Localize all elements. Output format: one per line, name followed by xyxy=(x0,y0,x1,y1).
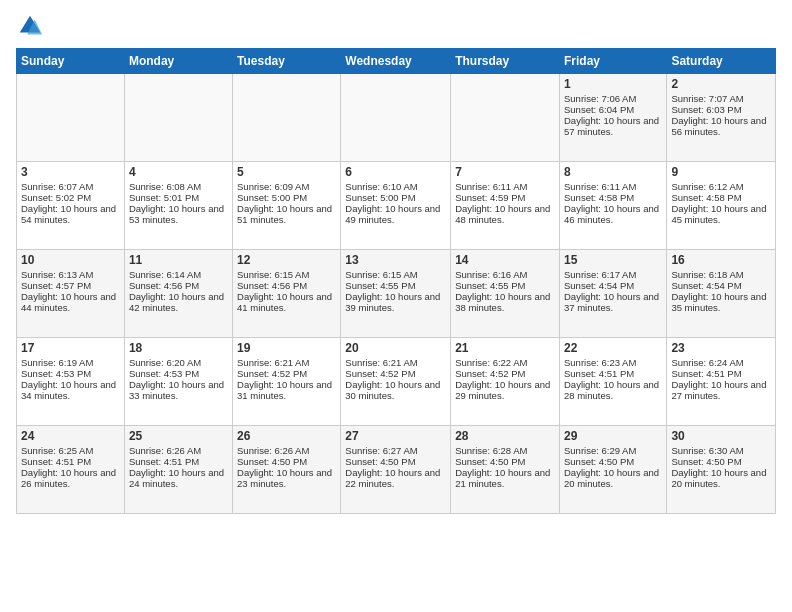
day-cell: 24Sunrise: 6:25 AMSunset: 4:51 PMDayligh… xyxy=(17,426,125,514)
day-cell: 30Sunrise: 6:30 AMSunset: 4:50 PMDayligh… xyxy=(667,426,776,514)
day-info: Sunrise: 6:12 AMSunset: 4:58 PMDaylight:… xyxy=(671,181,766,225)
day-cell: 3Sunrise: 6:07 AMSunset: 5:02 PMDaylight… xyxy=(17,162,125,250)
day-cell: 11Sunrise: 6:14 AMSunset: 4:56 PMDayligh… xyxy=(124,250,232,338)
day-number: 22 xyxy=(564,341,662,355)
day-number: 11 xyxy=(129,253,228,267)
day-info: Sunrise: 7:06 AMSunset: 6:04 PMDaylight:… xyxy=(564,93,659,137)
day-cell: 2Sunrise: 7:07 AMSunset: 6:03 PMDaylight… xyxy=(667,74,776,162)
day-number: 19 xyxy=(237,341,336,355)
day-number: 1 xyxy=(564,77,662,91)
day-info: Sunrise: 6:16 AMSunset: 4:55 PMDaylight:… xyxy=(455,269,550,313)
day-number: 18 xyxy=(129,341,228,355)
logo xyxy=(16,12,46,40)
weekday-header-saturday: Saturday xyxy=(667,49,776,74)
day-cell xyxy=(341,74,451,162)
day-number: 6 xyxy=(345,165,446,179)
week-row-5: 24Sunrise: 6:25 AMSunset: 4:51 PMDayligh… xyxy=(17,426,776,514)
day-info: Sunrise: 6:26 AMSunset: 4:51 PMDaylight:… xyxy=(129,445,224,489)
weekday-header-thursday: Thursday xyxy=(451,49,560,74)
day-info: Sunrise: 6:09 AMSunset: 5:00 PMDaylight:… xyxy=(237,181,332,225)
day-info: Sunrise: 6:14 AMSunset: 4:56 PMDaylight:… xyxy=(129,269,224,313)
weekday-header-sunday: Sunday xyxy=(17,49,125,74)
weekday-header-monday: Monday xyxy=(124,49,232,74)
weekday-header-tuesday: Tuesday xyxy=(233,49,341,74)
day-number: 8 xyxy=(564,165,662,179)
day-cell: 23Sunrise: 6:24 AMSunset: 4:51 PMDayligh… xyxy=(667,338,776,426)
logo-icon xyxy=(16,12,44,40)
weekday-row: SundayMondayTuesdayWednesdayThursdayFrid… xyxy=(17,49,776,74)
day-cell: 14Sunrise: 6:16 AMSunset: 4:55 PMDayligh… xyxy=(451,250,560,338)
day-info: Sunrise: 6:27 AMSunset: 4:50 PMDaylight:… xyxy=(345,445,440,489)
day-cell: 16Sunrise: 6:18 AMSunset: 4:54 PMDayligh… xyxy=(667,250,776,338)
weekday-header-friday: Friday xyxy=(559,49,666,74)
day-info: Sunrise: 6:24 AMSunset: 4:51 PMDaylight:… xyxy=(671,357,766,401)
day-number: 21 xyxy=(455,341,555,355)
day-number: 14 xyxy=(455,253,555,267)
day-info: Sunrise: 6:11 AMSunset: 4:59 PMDaylight:… xyxy=(455,181,550,225)
day-cell: 29Sunrise: 6:29 AMSunset: 4:50 PMDayligh… xyxy=(559,426,666,514)
day-info: Sunrise: 6:28 AMSunset: 4:50 PMDaylight:… xyxy=(455,445,550,489)
day-cell: 15Sunrise: 6:17 AMSunset: 4:54 PMDayligh… xyxy=(559,250,666,338)
day-cell: 13Sunrise: 6:15 AMSunset: 4:55 PMDayligh… xyxy=(341,250,451,338)
day-number: 7 xyxy=(455,165,555,179)
day-number: 16 xyxy=(671,253,771,267)
day-number: 3 xyxy=(21,165,120,179)
day-number: 24 xyxy=(21,429,120,443)
day-info: Sunrise: 6:21 AMSunset: 4:52 PMDaylight:… xyxy=(345,357,440,401)
day-cell: 27Sunrise: 6:27 AMSunset: 4:50 PMDayligh… xyxy=(341,426,451,514)
day-number: 25 xyxy=(129,429,228,443)
week-row-3: 10Sunrise: 6:13 AMSunset: 4:57 PMDayligh… xyxy=(17,250,776,338)
day-number: 27 xyxy=(345,429,446,443)
day-cell: 26Sunrise: 6:26 AMSunset: 4:50 PMDayligh… xyxy=(233,426,341,514)
day-info: Sunrise: 6:13 AMSunset: 4:57 PMDaylight:… xyxy=(21,269,116,313)
day-cell: 17Sunrise: 6:19 AMSunset: 4:53 PMDayligh… xyxy=(17,338,125,426)
day-info: Sunrise: 6:11 AMSunset: 4:58 PMDaylight:… xyxy=(564,181,659,225)
day-info: Sunrise: 6:30 AMSunset: 4:50 PMDaylight:… xyxy=(671,445,766,489)
day-number: 13 xyxy=(345,253,446,267)
week-row-2: 3Sunrise: 6:07 AMSunset: 5:02 PMDaylight… xyxy=(17,162,776,250)
day-number: 2 xyxy=(671,77,771,91)
day-cell: 1Sunrise: 7:06 AMSunset: 6:04 PMDaylight… xyxy=(559,74,666,162)
day-cell: 12Sunrise: 6:15 AMSunset: 4:56 PMDayligh… xyxy=(233,250,341,338)
day-cell: 18Sunrise: 6:20 AMSunset: 4:53 PMDayligh… xyxy=(124,338,232,426)
day-info: Sunrise: 6:18 AMSunset: 4:54 PMDaylight:… xyxy=(671,269,766,313)
day-cell: 21Sunrise: 6:22 AMSunset: 4:52 PMDayligh… xyxy=(451,338,560,426)
day-info: Sunrise: 6:21 AMSunset: 4:52 PMDaylight:… xyxy=(237,357,332,401)
day-info: Sunrise: 7:07 AMSunset: 6:03 PMDaylight:… xyxy=(671,93,766,137)
day-cell: 8Sunrise: 6:11 AMSunset: 4:58 PMDaylight… xyxy=(559,162,666,250)
day-cell xyxy=(124,74,232,162)
day-info: Sunrise: 6:19 AMSunset: 4:53 PMDaylight:… xyxy=(21,357,116,401)
day-cell xyxy=(17,74,125,162)
day-info: Sunrise: 6:07 AMSunset: 5:02 PMDaylight:… xyxy=(21,181,116,225)
day-info: Sunrise: 6:10 AMSunset: 5:00 PMDaylight:… xyxy=(345,181,440,225)
day-number: 4 xyxy=(129,165,228,179)
day-number: 28 xyxy=(455,429,555,443)
day-info: Sunrise: 6:08 AMSunset: 5:01 PMDaylight:… xyxy=(129,181,224,225)
calendar-body: 1Sunrise: 7:06 AMSunset: 6:04 PMDaylight… xyxy=(17,74,776,514)
day-number: 10 xyxy=(21,253,120,267)
week-row-1: 1Sunrise: 7:06 AMSunset: 6:04 PMDaylight… xyxy=(17,74,776,162)
page: SundayMondayTuesdayWednesdayThursdayFrid… xyxy=(0,0,792,612)
day-number: 29 xyxy=(564,429,662,443)
day-cell: 4Sunrise: 6:08 AMSunset: 5:01 PMDaylight… xyxy=(124,162,232,250)
day-info: Sunrise: 6:15 AMSunset: 4:55 PMDaylight:… xyxy=(345,269,440,313)
day-cell xyxy=(233,74,341,162)
day-info: Sunrise: 6:23 AMSunset: 4:51 PMDaylight:… xyxy=(564,357,659,401)
day-info: Sunrise: 6:20 AMSunset: 4:53 PMDaylight:… xyxy=(129,357,224,401)
weekday-header-wednesday: Wednesday xyxy=(341,49,451,74)
day-number: 26 xyxy=(237,429,336,443)
day-number: 17 xyxy=(21,341,120,355)
day-info: Sunrise: 6:29 AMSunset: 4:50 PMDaylight:… xyxy=(564,445,659,489)
day-info: Sunrise: 6:26 AMSunset: 4:50 PMDaylight:… xyxy=(237,445,332,489)
day-cell: 9Sunrise: 6:12 AMSunset: 4:58 PMDaylight… xyxy=(667,162,776,250)
day-cell: 20Sunrise: 6:21 AMSunset: 4:52 PMDayligh… xyxy=(341,338,451,426)
day-cell xyxy=(451,74,560,162)
day-cell: 19Sunrise: 6:21 AMSunset: 4:52 PMDayligh… xyxy=(233,338,341,426)
day-info: Sunrise: 6:22 AMSunset: 4:52 PMDaylight:… xyxy=(455,357,550,401)
week-row-4: 17Sunrise: 6:19 AMSunset: 4:53 PMDayligh… xyxy=(17,338,776,426)
day-number: 30 xyxy=(671,429,771,443)
day-cell: 6Sunrise: 6:10 AMSunset: 5:00 PMDaylight… xyxy=(341,162,451,250)
day-number: 20 xyxy=(345,341,446,355)
day-cell: 22Sunrise: 6:23 AMSunset: 4:51 PMDayligh… xyxy=(559,338,666,426)
header xyxy=(16,12,776,40)
